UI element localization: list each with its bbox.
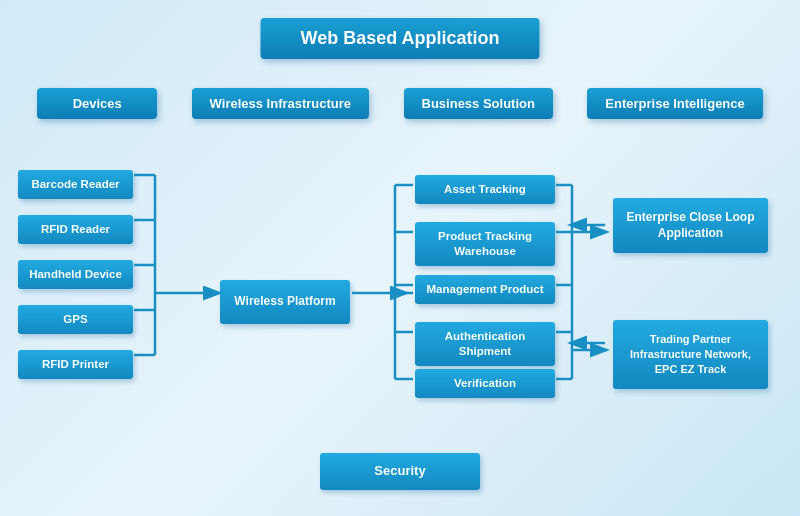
bs-management-product: Management Product	[415, 275, 555, 304]
device-gps: GPS	[18, 305, 133, 334]
device-barcode-reader: Barcode Reader	[18, 170, 133, 199]
cat-wireless-infra: Wireless Infrastructure	[192, 88, 370, 119]
device-rfid-reader: RFID Reader	[18, 215, 133, 244]
device-handheld: Handheld Device	[18, 260, 133, 289]
diagram-container: Web Based Application Devices Wireless I…	[0, 0, 800, 516]
title-box: Web Based Application	[260, 18, 539, 59]
category-row: Devices Wireless Infrastructure Business…	[0, 88, 800, 119]
bs-auth-shipment: Authentication Shipment	[415, 322, 555, 366]
bs-product-tracking: Product Tracking Warehouse	[415, 222, 555, 266]
security-box: Security	[320, 453, 480, 490]
bs-asset-tracking: Asset Tracking	[415, 175, 555, 204]
enterprise-close-loop: Enterprise Close Loop Application	[613, 198, 768, 253]
arrows-overlay	[0, 0, 800, 516]
enterprise-trading-partner: Trading Partner Infrastructure Network, …	[613, 320, 768, 389]
cat-business: Business Solution	[404, 88, 553, 119]
device-rfid-printer: RFID Printer	[18, 350, 133, 379]
cat-devices: Devices	[37, 88, 157, 119]
bs-verification: Verification	[415, 369, 555, 398]
wireless-platform-box: Wireless Platform	[220, 280, 350, 324]
cat-enterprise-intel: Enterprise Intelligence	[587, 88, 762, 119]
